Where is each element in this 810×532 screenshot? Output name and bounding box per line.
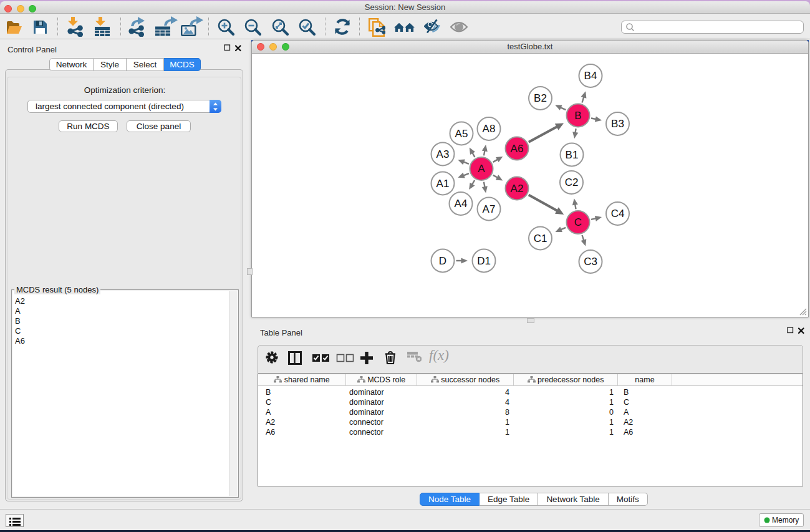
svg-text:A1: A1 xyxy=(436,178,450,190)
svg-text:B4: B4 xyxy=(584,70,597,82)
svg-text:A2: A2 xyxy=(511,183,524,195)
svg-text:B2: B2 xyxy=(534,92,547,104)
svg-text:A5: A5 xyxy=(455,128,468,140)
svg-text:A8: A8 xyxy=(483,123,496,135)
svg-text:C: C xyxy=(574,216,582,228)
svg-text:C4: C4 xyxy=(611,208,625,220)
svg-text:C3: C3 xyxy=(584,256,597,268)
svg-text:A: A xyxy=(478,163,485,175)
svg-text:B: B xyxy=(574,110,581,122)
svg-text:D: D xyxy=(439,255,446,267)
svg-text:B3: B3 xyxy=(611,118,624,130)
svg-text:A6: A6 xyxy=(511,143,524,155)
svg-text:C2: C2 xyxy=(565,177,579,188)
svg-text:D1: D1 xyxy=(477,255,491,267)
svg-text:A4: A4 xyxy=(455,198,468,210)
svg-text:B1: B1 xyxy=(566,149,579,161)
svg-text:A7: A7 xyxy=(483,203,496,215)
svg-text:C1: C1 xyxy=(534,233,547,244)
svg-text:A3: A3 xyxy=(436,148,450,160)
